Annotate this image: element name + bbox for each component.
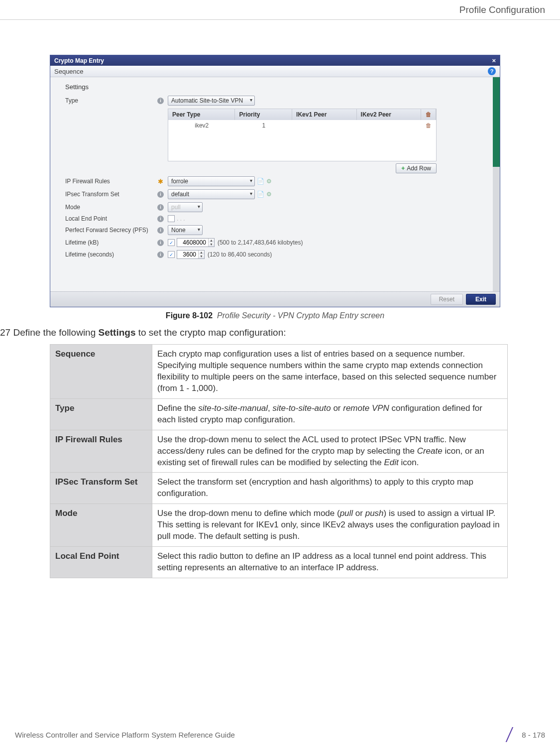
figure-number: Figure 8-102 (166, 311, 213, 320)
figure-caption: Figure 8-102 Profile Security - VPN Cryp… (50, 311, 500, 320)
info-icon[interactable]: i (157, 240, 164, 246)
footer-divider-icon (503, 727, 516, 742)
label-pfs: Perfect Forward Secrecy (PFS) (65, 227, 157, 234)
lt-sec-spinner[interactable]: ▲▼ (177, 250, 205, 259)
cell-body: Define the site-to-site-manual, site-to-… (152, 398, 508, 430)
plus-icon: + (401, 165, 405, 172)
edit-icon[interactable]: ⚙ (266, 191, 272, 198)
info-icon[interactable]: i (157, 227, 164, 234)
add-row-button[interactable]: + Add Row (396, 163, 437, 173)
required-icon: ✱ (157, 178, 164, 185)
info-icon[interactable]: i (157, 204, 164, 211)
cell-header: Type (50, 398, 152, 430)
label-ipsec-ts: IPsec Transform Set (65, 191, 157, 198)
up-icon[interactable]: ▲ (209, 239, 214, 243)
trash-icon[interactable]: 🗑 (426, 111, 432, 118)
dialog-body: Settings Type i Automatic Site-to-Site V… (50, 77, 500, 291)
lt-sec-checkbox[interactable]: ✓ (168, 251, 175, 258)
dialog-footer: Reset Exit (50, 291, 500, 307)
help-icon[interactable]: ? (488, 67, 496, 75)
add-row-label: Add Row (407, 165, 431, 172)
create-icon[interactable]: 📄 (257, 178, 264, 185)
pfs-select[interactable]: None (168, 225, 203, 235)
dialog-crypto-map: Crypto Map Entry × Sequence ? Settings T… (50, 55, 500, 307)
create-icon[interactable]: 📄 (257, 191, 264, 198)
cell-body: Select the transform set (encryption and… (152, 473, 508, 504)
para-bold: Settings (99, 327, 136, 338)
figure-caption-text: Profile Security - VPN Crypto Map Entry … (217, 311, 384, 320)
label-type: Type (65, 97, 157, 104)
info-icon[interactable]: i (157, 191, 164, 198)
close-icon[interactable]: × (492, 57, 496, 64)
dialog-subtitle-bar: Sequence ? (50, 66, 500, 77)
down-icon[interactable]: ▼ (199, 254, 204, 258)
exit-button[interactable]: Exit (466, 294, 496, 305)
cell-body: Use the drop-down menu to define which m… (152, 504, 508, 547)
cell-header: IP Firewall Rules (50, 430, 152, 473)
page-number: 8 - 178 (522, 731, 545, 739)
settings-table: Sequence Each crypto map configuration u… (50, 344, 508, 578)
header-peer-type: Peer Type (168, 109, 235, 120)
cell-header: Local End Point (50, 547, 152, 578)
lt-kb-checkbox[interactable]: ✓ (168, 239, 175, 246)
cell-peer-type: ikev2 (168, 120, 235, 131)
cell-ikev1 (292, 120, 357, 131)
lt-kb-input[interactable] (177, 239, 208, 246)
dialog-title-bar: Crypto Map Entry × (50, 55, 500, 66)
ipsec-ts-select[interactable]: default (168, 189, 255, 199)
table-row: IP Firewall Rules Use the drop-down menu… (50, 430, 508, 473)
label-ipfw: IP Firewall Rules (65, 178, 157, 185)
label-mode: Mode (65, 204, 157, 211)
label-lep: Local End Point (65, 215, 157, 222)
dialog-title: Crypto Map Entry (54, 57, 104, 64)
info-icon[interactable]: i (157, 98, 164, 104)
cell-ikev2 (357, 120, 422, 131)
lt-kb-hint: (500 to 2,147,483,646 kilobytes) (218, 239, 303, 246)
cell-body: Use the drop-down menu to select the ACL… (152, 430, 508, 473)
ip-input-placeholder: . . . (177, 215, 185, 222)
header-priority: Priority (235, 109, 292, 120)
ipfw-select[interactable]: forrole (168, 176, 255, 186)
reset-button[interactable]: Reset (431, 294, 463, 305)
down-icon[interactable]: ▼ (209, 243, 214, 247)
header-ikev1: IKev1 Peer (292, 109, 357, 120)
page-header: Profile Configuration (0, 0, 560, 20)
lt-sec-hint: (120 to 86,400 seconds) (208, 251, 272, 258)
cell-body: Select this radio button to define an IP… (152, 547, 508, 578)
scrollbar-thumb[interactable] (493, 77, 500, 167)
dialog-subtitle: Sequence (54, 68, 84, 75)
lt-kb-spinner[interactable]: ▲▼ (177, 238, 215, 247)
paragraph: 27 Define the following Settings to set … (0, 327, 545, 338)
para-prefix: 27 Define the following (0, 327, 99, 338)
table-row: Sequence Each crypto map configuration u… (50, 345, 508, 399)
page-footer: Wireless Controller and Service Platform… (0, 727, 560, 742)
lep-checkbox[interactable] (168, 215, 175, 222)
table-row: IPSec Transform Set Select the transform… (50, 473, 508, 504)
label-lt-kb: Lifetime (kB) (65, 239, 157, 246)
lt-sec-input[interactable] (177, 251, 198, 258)
cell-header: IPSec Transform Set (50, 473, 152, 504)
type-select[interactable]: Automatic Site-to-Site VPN (168, 96, 255, 106)
trash-icon[interactable]: 🗑 (426, 122, 432, 129)
info-icon[interactable]: i (157, 252, 164, 258)
peer-table: Peer Type Priority IKev1 Peer IKev2 Peer… (168, 109, 437, 161)
fieldset-settings: Settings (65, 83, 493, 91)
cell-header: Mode (50, 504, 152, 547)
figure: Crypto Map Entry × Sequence ? Settings T… (50, 55, 500, 320)
cell-body: Each crypto map configuration uses a lis… (152, 345, 508, 399)
header-ikev2: IKev2 Peer (357, 109, 422, 120)
table-row[interactable]: ikev2 1 🗑 (168, 120, 436, 131)
edit-icon[interactable]: ⚙ (266, 178, 272, 185)
peer-table-header: Peer Type Priority IKev1 Peer IKev2 Peer… (168, 109, 436, 120)
mode-select[interactable]: pull (168, 202, 203, 212)
header-title: Profile Configuration (459, 4, 545, 15)
table-row: Local End Point Select this radio button… (50, 547, 508, 578)
label-lt-sec: Lifetime (seconds) (65, 251, 157, 258)
footer-left: Wireless Controller and Service Platform… (15, 731, 235, 739)
cell-header: Sequence (50, 345, 152, 399)
table-row: Type Define the site-to-site-manual, sit… (50, 398, 508, 430)
up-icon[interactable]: ▲ (199, 251, 204, 254)
para-suffix: to set the crypto map configuration: (135, 327, 286, 338)
cell-priority: 1 (235, 120, 292, 131)
info-icon[interactable]: i (157, 216, 164, 222)
